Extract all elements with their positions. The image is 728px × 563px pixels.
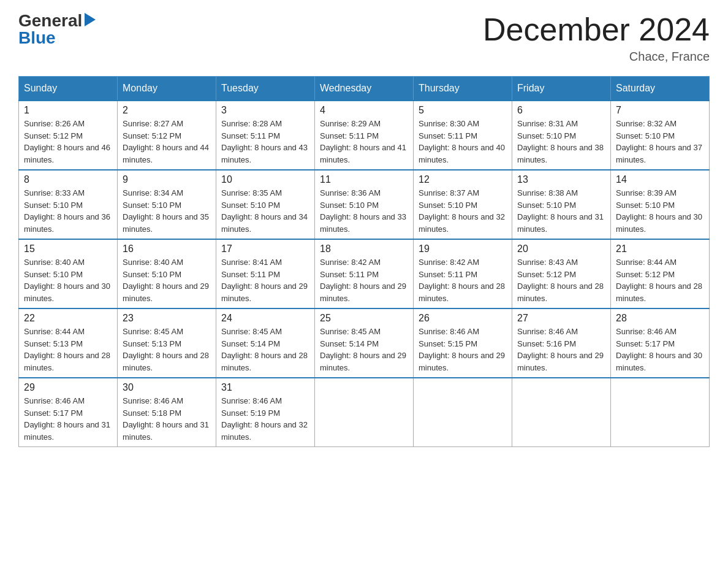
day-number: 18 (320, 243, 408, 255)
header-tuesday: Tuesday (216, 77, 315, 101)
title-section: December 2024 Chace, France (483, 12, 710, 64)
day-info: Sunrise: 8:36 AMSunset: 5:10 PMDaylight:… (320, 188, 406, 234)
day-info: Sunrise: 8:46 AMSunset: 5:17 PMDaylight:… (616, 327, 702, 372)
month-title: December 2024 (483, 12, 710, 47)
day-info: Sunrise: 8:39 AMSunset: 5:10 PMDaylight:… (616, 188, 702, 234)
day-info: Sunrise: 8:27 AMSunset: 5:12 PMDaylight:… (123, 119, 209, 164)
day-number: 31 (221, 382, 309, 393)
calendar-cell: 25 Sunrise: 8:45 AMSunset: 5:14 PMDaylig… (315, 308, 414, 378)
header-monday: Monday (118, 77, 216, 101)
day-info: Sunrise: 8:28 AMSunset: 5:11 PMDaylight:… (221, 119, 308, 164)
calendar-cell: 23 Sunrise: 8:45 AMSunset: 5:13 PMDaylig… (118, 308, 216, 378)
day-number: 23 (123, 313, 211, 324)
day-info: Sunrise: 8:46 AMSunset: 5:16 PMDaylight:… (517, 327, 604, 372)
calendar-header: SundayMondayTuesdayWednesdayThursdayFrid… (19, 77, 710, 101)
calendar-cell: 14 Sunrise: 8:39 AMSunset: 5:10 PMDaylig… (611, 170, 710, 239)
calendar-cell: 15 Sunrise: 8:40 AMSunset: 5:10 PMDaylig… (19, 239, 118, 308)
page-header: General Blue December 2024 Chace, France (18, 12, 710, 64)
day-info: Sunrise: 8:34 AMSunset: 5:10 PMDaylight:… (123, 188, 209, 234)
day-number: 11 (320, 174, 408, 185)
day-info: Sunrise: 8:32 AMSunset: 5:10 PMDaylight:… (616, 119, 702, 164)
calendar-cell: 28 Sunrise: 8:46 AMSunset: 5:17 PMDaylig… (611, 308, 710, 378)
day-info: Sunrise: 8:44 AMSunset: 5:13 PMDaylight:… (24, 327, 110, 372)
day-number: 21 (616, 243, 704, 255)
week-row-5: 29 Sunrise: 8:46 AMSunset: 5:17 PMDaylig… (19, 378, 710, 447)
day-number: 24 (221, 313, 309, 324)
day-info: Sunrise: 8:33 AMSunset: 5:10 PMDaylight:… (24, 188, 110, 234)
day-info: Sunrise: 8:44 AMSunset: 5:12 PMDaylight:… (616, 258, 702, 303)
day-number: 30 (123, 382, 211, 393)
week-row-3: 15 Sunrise: 8:40 AMSunset: 5:10 PMDaylig… (19, 239, 710, 308)
day-info: Sunrise: 8:46 AMSunset: 5:19 PMDaylight:… (221, 396, 308, 442)
day-info: Sunrise: 8:46 AMSunset: 5:17 PMDaylight:… (24, 396, 110, 442)
day-info: Sunrise: 8:40 AMSunset: 5:10 PMDaylight:… (24, 258, 110, 303)
day-number: 27 (517, 313, 605, 324)
day-number: 2 (123, 105, 211, 116)
calendar-cell: 16 Sunrise: 8:40 AMSunset: 5:10 PMDaylig… (118, 239, 216, 308)
location: Chace, France (483, 50, 710, 64)
header-sunday: Sunday (19, 77, 118, 101)
logo: General Blue (18, 12, 96, 47)
calendar-cell: 29 Sunrise: 8:46 AMSunset: 5:17 PMDaylig… (19, 378, 118, 447)
day-info: Sunrise: 8:46 AMSunset: 5:18 PMDaylight:… (123, 396, 209, 442)
calendar-cell: 12 Sunrise: 8:37 AMSunset: 5:10 PMDaylig… (414, 170, 512, 239)
day-info: Sunrise: 8:43 AMSunset: 5:12 PMDaylight:… (517, 258, 604, 303)
calendar-cell: 4 Sunrise: 8:29 AMSunset: 5:11 PMDayligh… (315, 101, 414, 170)
header-friday: Friday (512, 77, 611, 101)
logo-general-text: General (18, 12, 96, 29)
day-number: 8 (24, 174, 112, 185)
day-info: Sunrise: 8:45 AMSunset: 5:14 PMDaylight:… (221, 327, 308, 372)
day-number: 15 (24, 243, 112, 255)
calendar-cell: 17 Sunrise: 8:41 AMSunset: 5:11 PMDaylig… (216, 239, 315, 308)
header-row: SundayMondayTuesdayWednesdayThursdayFrid… (19, 77, 710, 101)
calendar-cell: 20 Sunrise: 8:43 AMSunset: 5:12 PMDaylig… (512, 239, 611, 308)
day-info: Sunrise: 8:31 AMSunset: 5:10 PMDaylight:… (517, 119, 604, 164)
calendar-cell (512, 378, 611, 447)
day-info: Sunrise: 8:42 AMSunset: 5:11 PMDaylight:… (320, 258, 406, 303)
calendar-cell: 2 Sunrise: 8:27 AMSunset: 5:12 PMDayligh… (118, 101, 216, 170)
day-number: 19 (419, 243, 507, 255)
calendar-body: 1 Sunrise: 8:26 AMSunset: 5:12 PMDayligh… (19, 101, 710, 447)
day-info: Sunrise: 8:41 AMSunset: 5:11 PMDaylight:… (221, 258, 308, 303)
header-thursday: Thursday (414, 77, 512, 101)
day-info: Sunrise: 8:30 AMSunset: 5:11 PMDaylight:… (419, 119, 505, 164)
day-number: 10 (221, 174, 309, 185)
header-wednesday: Wednesday (315, 77, 414, 101)
day-number: 12 (419, 174, 507, 185)
day-number: 7 (616, 105, 704, 116)
day-info: Sunrise: 8:35 AMSunset: 5:10 PMDaylight:… (221, 188, 308, 234)
calendar-cell: 24 Sunrise: 8:45 AMSunset: 5:14 PMDaylig… (216, 308, 315, 378)
calendar-cell: 21 Sunrise: 8:44 AMSunset: 5:12 PMDaylig… (611, 239, 710, 308)
header-saturday: Saturday (611, 77, 710, 101)
day-info: Sunrise: 8:46 AMSunset: 5:15 PMDaylight:… (419, 327, 505, 372)
day-number: 17 (221, 243, 309, 255)
calendar-cell: 30 Sunrise: 8:46 AMSunset: 5:18 PMDaylig… (118, 378, 216, 447)
day-number: 22 (24, 313, 112, 324)
day-number: 16 (123, 243, 211, 255)
calendar-cell: 22 Sunrise: 8:44 AMSunset: 5:13 PMDaylig… (19, 308, 118, 378)
calendar-cell: 8 Sunrise: 8:33 AMSunset: 5:10 PMDayligh… (19, 170, 118, 239)
calendar-cell: 19 Sunrise: 8:42 AMSunset: 5:11 PMDaylig… (414, 239, 512, 308)
day-number: 9 (123, 174, 211, 185)
calendar-cell: 13 Sunrise: 8:38 AMSunset: 5:10 PMDaylig… (512, 170, 611, 239)
svg-marker-0 (85, 13, 96, 26)
day-number: 5 (419, 105, 507, 116)
week-row-1: 1 Sunrise: 8:26 AMSunset: 5:12 PMDayligh… (19, 101, 710, 170)
day-info: Sunrise: 8:40 AMSunset: 5:10 PMDaylight:… (123, 258, 209, 303)
day-info: Sunrise: 8:29 AMSunset: 5:11 PMDaylight:… (320, 119, 406, 164)
calendar-cell (611, 378, 710, 447)
calendar-table: SundayMondayTuesdayWednesdayThursdayFrid… (18, 76, 710, 447)
calendar-cell: 9 Sunrise: 8:34 AMSunset: 5:10 PMDayligh… (118, 170, 216, 239)
day-number: 1 (24, 105, 112, 116)
day-number: 4 (320, 105, 408, 116)
day-number: 6 (517, 105, 605, 116)
day-number: 29 (24, 382, 112, 393)
calendar-cell (315, 378, 414, 447)
calendar-cell: 27 Sunrise: 8:46 AMSunset: 5:16 PMDaylig… (512, 308, 611, 378)
calendar-cell: 6 Sunrise: 8:31 AMSunset: 5:10 PMDayligh… (512, 101, 611, 170)
calendar-cell: 18 Sunrise: 8:42 AMSunset: 5:11 PMDaylig… (315, 239, 414, 308)
calendar-cell: 26 Sunrise: 8:46 AMSunset: 5:15 PMDaylig… (414, 308, 512, 378)
calendar-cell (414, 378, 512, 447)
day-number: 20 (517, 243, 605, 255)
day-info: Sunrise: 8:42 AMSunset: 5:11 PMDaylight:… (419, 258, 505, 303)
